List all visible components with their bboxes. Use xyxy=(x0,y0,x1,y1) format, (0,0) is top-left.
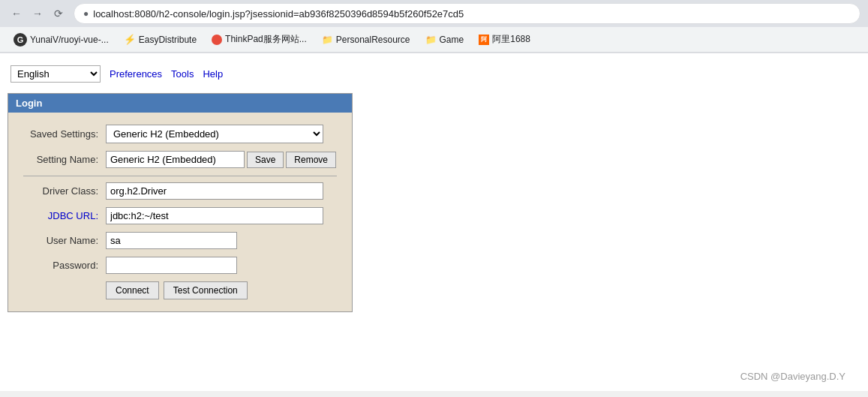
bookmark-ali-label: 阿里1688 xyxy=(492,33,530,46)
h2-toolbar: English Chinese French German Japanese P… xyxy=(8,61,860,90)
user-name-row: User Name: xyxy=(23,232,337,249)
bookmark-personalresource-label: PersonalResource xyxy=(336,35,410,45)
address-bar[interactable]: ● localhost:8080/h2-console/login.jsp?js… xyxy=(74,3,860,24)
driver-class-input[interactable] xyxy=(106,182,323,200)
preferences-link[interactable]: Preferences xyxy=(110,68,162,80)
bookmarks-bar: G YunaiV/ruoyi-vue-... ⚡ EasyDistribute … xyxy=(0,27,868,53)
setting-name-label: Setting Name: xyxy=(23,154,106,165)
jdbc-url-input[interactable] xyxy=(106,207,323,224)
login-panel-header: Login xyxy=(8,94,352,113)
user-name-label: User Name: xyxy=(23,235,106,246)
bookmark-personalresource[interactable]: 📁 PersonalResource xyxy=(316,32,416,47)
ali-icon: 阿 xyxy=(479,35,489,45)
forward-button[interactable]: → xyxy=(29,5,47,23)
test-connection-button[interactable]: Test Connection xyxy=(164,281,248,299)
nav-buttons: ← → ⟳ xyxy=(8,5,68,23)
password-label: Password: xyxy=(23,260,106,271)
language-select[interactable]: English Chinese French German Japanese xyxy=(11,65,101,83)
back-button[interactable]: ← xyxy=(8,5,26,23)
connect-button[interactable]: Connect xyxy=(106,281,159,299)
password-input[interactable] xyxy=(106,257,237,274)
bookmark-game-label: Game xyxy=(440,35,464,45)
bookmark-github[interactable]: G YunaiV/ruoyi-vue-... xyxy=(8,31,115,49)
thinkpad-icon xyxy=(212,35,222,45)
user-name-input[interactable] xyxy=(106,232,237,249)
browser-titlebar: ← → ⟳ ● localhost:8080/h2-console/login.… xyxy=(0,0,868,27)
jdbc-url-row: JDBC URL: xyxy=(23,207,337,224)
saved-settings-label: Saved Settings: xyxy=(23,128,106,140)
remove-button[interactable]: Remove xyxy=(286,152,336,168)
jdbc-url-label: JDBC URL: xyxy=(23,210,106,221)
help-link[interactable]: Help xyxy=(203,68,223,80)
login-title: Login xyxy=(16,98,42,109)
lightning-icon: ⚡ xyxy=(124,34,136,45)
driver-class-label: Driver Class: xyxy=(23,185,106,197)
folder-icon-2: 📁 xyxy=(425,35,437,45)
browser-chrome: ← → ⟳ ● localhost:8080/h2-console/login.… xyxy=(0,0,868,53)
watermark-text: CSDN @Davieyang.D.Y xyxy=(740,371,845,382)
tools-link[interactable]: Tools xyxy=(171,68,194,80)
bookmark-thinkpad[interactable]: ThinkPad服务网站... xyxy=(206,31,313,48)
saved-settings-row: Saved Settings: Generic H2 (Embedded) Ge… xyxy=(23,125,337,143)
password-row: Password: xyxy=(23,257,337,274)
lock-icon: ● xyxy=(83,8,89,19)
folder-icon-1: 📁 xyxy=(322,35,333,45)
driver-class-row: Driver Class: xyxy=(23,182,337,200)
bookmark-thinkpad-label: ThinkPad服务网站... xyxy=(225,33,307,46)
watermark: CSDN @Davieyang.D.Y xyxy=(740,371,845,382)
github-icon: G xyxy=(14,33,27,47)
bookmark-game[interactable]: 📁 Game xyxy=(419,32,470,47)
reload-button[interactable]: ⟳ xyxy=(50,5,68,23)
url-text: localhost:8080/h2-console/login.jsp?jses… xyxy=(93,8,464,20)
saved-settings-select[interactable]: Generic H2 (Embedded) Generic H2 (Server… xyxy=(106,125,323,143)
save-button[interactable]: Save xyxy=(247,152,284,168)
login-panel-body: Saved Settings: Generic H2 (Embedded) Ge… xyxy=(8,113,352,311)
bookmark-easydistribute[interactable]: ⚡ EasyDistribute xyxy=(118,32,203,47)
login-panel: Login Saved Settings: Generic H2 (Embedd… xyxy=(8,93,353,312)
form-divider xyxy=(23,176,337,176)
page-content: English Chinese French German Japanese P… xyxy=(0,53,868,391)
bookmark-easydistribute-label: EasyDistribute xyxy=(139,35,197,45)
form-actions: Connect Test Connection xyxy=(23,281,337,299)
bookmark-ali[interactable]: 阿 阿里1688 xyxy=(473,31,536,48)
bookmark-github-label: YunaiV/ruoyi-vue-... xyxy=(30,35,109,45)
setting-name-input[interactable] xyxy=(106,151,245,168)
setting-name-row: Setting Name: Save Remove xyxy=(23,151,337,168)
